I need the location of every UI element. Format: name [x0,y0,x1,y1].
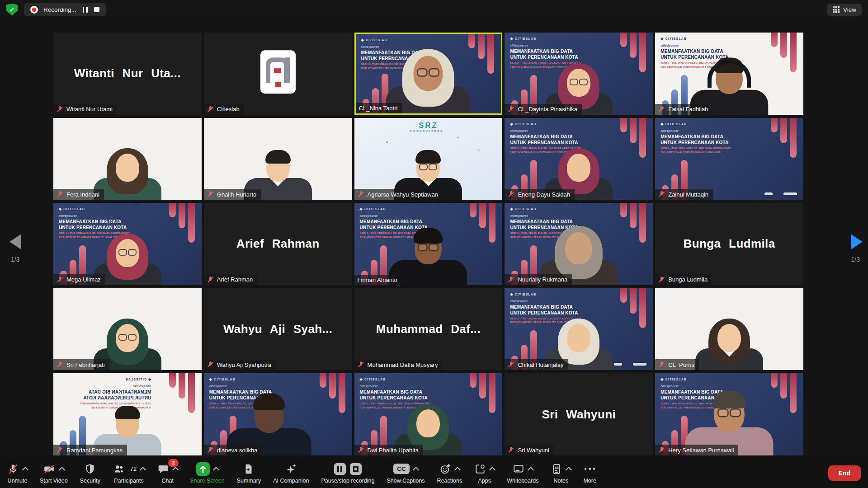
participant-display-name: Muhammad Daf... [354,288,503,371]
muted-mic-icon [57,446,63,454]
slide-subtitle: SERI 2 - THE URBAN PULSE: BIG DATA APPRO… [660,402,753,409]
pause-recording-icon[interactable] [334,463,346,475]
participant-tile-witanti[interactable]: Witanti Nur Uta... Witanti Nur Utami [53,33,202,115]
zoom-meeting-window: ✓ Recording... View Witanti Nur Uta... [0,0,868,488]
pause-recording-icon-button[interactable] [82,6,89,14]
participants-button[interactable]: 72 Participants [113,462,145,484]
muted-mic-icon [207,191,214,198]
page-indicator-right: 1/3 [851,256,860,263]
stop-recording-icon[interactable] [350,463,362,475]
apps-button[interactable]: Apps [474,462,495,484]
shield-check-glyph: ✓ [9,6,14,13]
more-button[interactable]: More [583,462,596,484]
stop-recording-icon-button[interactable] [94,7,99,12]
participant-tile-arief[interactable]: Arief Rahman Arief Rahman [204,203,352,285]
more-dots-icon [585,468,595,470]
slide-content: CITIESLABcities|courseMEMANFAATKAN BIG D… [360,207,452,239]
captions-options-caret[interactable] [413,467,419,473]
whiteboards-button[interactable]: Whiteboards [507,462,538,484]
view-label: View [843,6,856,13]
participant-tile-hery[interactable]: CITIESLABcities|courseMEMANFAATKAN BIG D… [655,373,803,455]
chat-options-caret[interactable] [172,467,179,473]
participant-tile-wahyu[interactable]: Wahyu Aji Syah... Wahyu Aji Syahputra [204,288,352,371]
notes-button[interactable]: Notes [551,462,571,484]
notes-options-caret[interactable] [566,467,572,473]
participant-tile-dwi[interactable]: CITIESLABcities|courseMEMANFAATKAN BIG D… [354,373,503,455]
start-video-label: Start Video [40,478,68,484]
slide-subtitle: SERI 2 - THE URBAN PULSE: BIG DATA APPRO… [59,231,151,239]
slide-brand: CITIESLAB [360,377,452,381]
view-button[interactable]: View [827,4,862,16]
participant-tile-agriarso[interactable]: SRZ CONSULTORA Agriarso Wahyu Septiawan [354,118,503,200]
slide-subtitle: SERI 2 - THE URBAN PULSE: BIG DATA APPRO… [59,402,151,409]
muted-mic-icon [508,276,514,283]
next-page-arrow[interactable] [851,234,863,249]
participant-tile-mega[interactable]: CITIESLABcities|courseMEMANFAATKAN BIG D… [53,203,202,285]
audio-options-caret[interactable] [22,467,28,473]
pause-stop-recording-button[interactable]: Pause/stop recording [321,462,374,484]
participant-tile-ramdani[interactable]: CITIESLABcities|courseMEMANFAATKAN BIG D… [53,373,202,455]
participant-tile-sri-wahyuni[interactable]: Sri Wahyuni Sri Wahyuni [505,373,653,455]
participant-tile-nina-active-speaker[interactable]: CITIESLABcities|courseMEMANFAATKAN BIG D… [354,33,503,115]
slide-content: CITIESLABcities|courseMEMANFAATKAN BIG D… [510,292,602,324]
slide-title: MEMANFAATKAN BIG DATAUNTUK PERENCANAAN K… [209,389,302,401]
participant-tile-eneng[interactable]: CITIESLABcities|courseMEMANFAATKAN BIG D… [505,118,653,200]
whiteboards-options-caret[interactable] [528,467,534,473]
camera-off-icon [43,463,56,475]
ai-companion-button[interactable]: AI Companion [273,462,309,484]
encryption-shield-icon[interactable]: ✓ [6,4,18,16]
participant-tile-nuurlaily[interactable]: CITIESLABcities|courseMEMANFAATKAN BIG D… [505,203,653,285]
chat-button[interactable]: 2 Chat [157,462,178,484]
participant-name-label: Citieslab [204,104,244,115]
participant-name-label: Faisal Fadhilah [655,104,712,115]
end-meeting-button[interactable]: End [828,465,861,481]
apps-label: Apps [478,478,491,484]
participants-options-caret[interactable] [140,467,146,473]
muted-mic-icon [358,361,364,368]
chat-bubble-icon [157,463,169,475]
participant-name-label: CL_Dayinta Pinasthika [505,104,582,115]
participant-tile-bunga[interactable]: Bunga Ludmila Bunga Ludmila [655,203,803,285]
whiteboards-icon [513,463,524,475]
participant-tile-fera[interactable]: Fera Indriani [53,118,202,200]
slide-content: CITIESLABcities|courseMEMANFAATKAN BIG D… [660,122,753,154]
participant-tile-zainul[interactable]: CITIESLABcities|courseMEMANFAATKAN BIG D… [655,118,803,200]
slide-content-mirrored: CITIESLABcities|courseMEMANFAATKAN BIG D… [59,377,151,409]
slide-drip-decoration [478,33,485,59]
unmute-button[interactable]: Unmute [7,462,28,484]
start-video-button[interactable]: Start Video [40,462,68,484]
slide-title: MEMANFAATKAN BIG DATAUNTUK PERENCANAAN K… [510,304,602,316]
participant-tile-faisal[interactable]: CITIESLABcities|courseMEMANFAATKAN BIG D… [655,33,803,115]
share-options-caret[interactable] [213,467,219,473]
muted-mic-icon [508,361,514,368]
muted-mic-icon [57,361,63,368]
participant-tile-sri-febriharjati[interactable]: Sri Febriharjati [53,288,202,371]
participant-tile-firman[interactable]: CITIESLABcities|courseMEMANFAATKAN BIG D… [354,203,503,285]
share-screen-button[interactable]: Share Screen [190,462,224,484]
participant-tile-citieslab[interactable]: Citieslab [204,33,352,115]
security-label: Security [80,478,100,484]
apps-options-caret[interactable] [489,467,495,473]
participant-tile-ghalih[interactable]: Ghalih Huriarto [204,118,352,200]
slide-content: CITIESLABcities|courseMEMANFAATKAN BIG D… [360,377,452,409]
security-button[interactable]: Security [80,462,100,484]
participant-tile-dianeva[interactable]: CITIESLABcities|courseMEMANFAATKAN BIG D… [204,373,352,455]
slide-series: cities|course [660,44,753,47]
participant-tile-dayinta[interactable]: CITIESLABcities|courseMEMANFAATKAN BIG D… [505,33,653,115]
share-screen-label: Share Screen [190,478,224,484]
reactions-options-caret[interactable] [454,467,461,473]
participant-name: CL_Nina Tantri [359,105,398,112]
participant-tile-chikal[interactable]: CITIESLABcities|courseMEMANFAATKAN BIG D… [505,288,653,371]
slide-series: cities|course [209,385,302,388]
summary-button[interactable]: Summary [237,462,261,484]
video-options-caret[interactable] [59,467,65,473]
participant-tile-purris[interactable]: CL_Purris [655,288,803,371]
security-shield-icon [84,463,96,475]
muted-mic-icon [358,446,364,454]
slide-brand: CITIESLAB [361,38,452,42]
reactions-button[interactable]: Reactions [437,462,462,484]
participant-name-label: Zainul Muttaqin [655,189,713,200]
show-captions-button[interactable]: CC Show Captions [387,462,425,484]
previous-page-arrow[interactable] [9,234,21,249]
participant-tile-daffa[interactable]: Muhammad Daf... Muhammad Daffa Musyary [354,288,503,371]
